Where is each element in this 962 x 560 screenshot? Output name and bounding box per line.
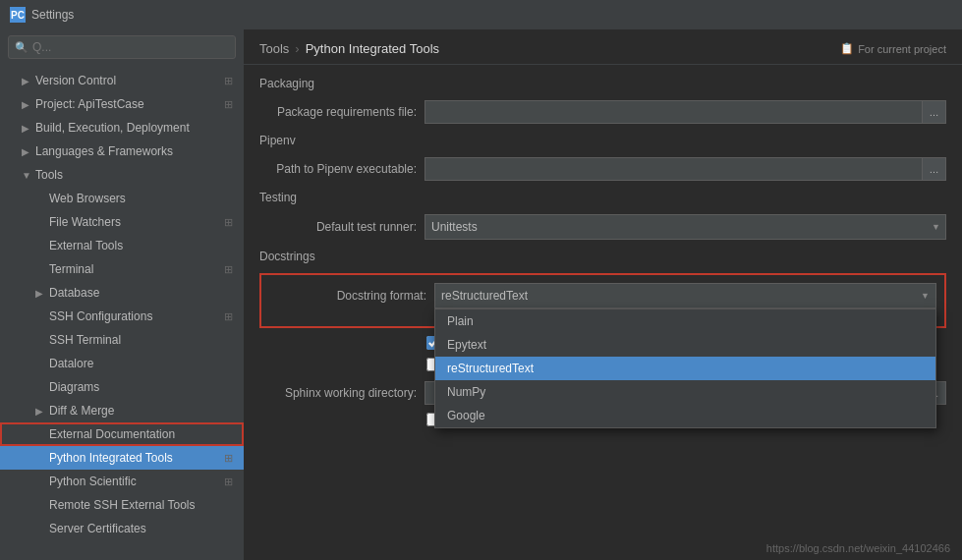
sidebar-item-label: Diagrams [49,380,236,394]
arrow-icon: ▶ [35,288,49,299]
arrow-icon: ▶ [22,99,35,110]
sidebar-item-label: Python Integrated Tools [49,451,220,465]
package-req-label: Package requirements file: [259,105,417,119]
footer-url: https://blog.csdn.net/weixin_44102466 [766,542,950,554]
sidebar-item-label: SSH Terminal [49,333,236,347]
sidebar-item-label: Build, Execution, Deployment [35,121,236,135]
settings-icon: ⊞ [220,261,236,277]
sidebar-item-tools[interactable]: ▼ Tools [0,163,244,187]
sidebar-item-label: Remote SSH External Tools [49,498,236,512]
breadcrumb-parent: Tools [259,41,289,56]
package-req-browse-btn[interactable]: … [923,100,946,124]
dropdown-item-epytext[interactable]: Epytext [435,333,935,357]
testing-section-title: Testing [259,191,946,204]
pipenv-path-row: Path to Pipenv executable: … [259,157,946,181]
sidebar-item-python-scientific[interactable]: Python Scientific ⊞ [0,470,244,493]
docstrings-section: Docstrings Docstring format: reStructure… [259,250,946,371]
sidebar-item-python-integrated-tools[interactable]: Python Integrated Tools ⊞ [0,446,244,470]
chevron-down-icon: ▼ [921,291,930,301]
arrow-icon: ▶ [22,123,35,134]
pipenv-path-input[interactable] [424,157,923,181]
content-panel: Tools › Python Integrated Tools 📋 For cu… [244,29,962,560]
sidebar-item-file-watchers[interactable]: File Watchers ⊞ [0,210,244,234]
sidebar-item-languages[interactable]: ▶ Languages & Frameworks [0,140,244,163]
sidebar-item-external-documentation[interactable]: External Documentation [0,422,244,446]
sidebar-item-diagrams[interactable]: Diagrams [0,375,244,399]
search-box[interactable]: 🔍 [8,35,236,59]
sidebar-item-ssh-configurations[interactable]: SSH Configurations ⊞ [0,305,244,328]
sidebar-item-terminal[interactable]: Terminal ⊞ [0,257,244,281]
sidebar-item-label: Database [49,286,236,300]
dropdown-item-restructuredtext[interactable]: reStructuredText [435,357,935,380]
arrow-icon: ▶ [35,406,49,417]
arrow-icon: ▶ [22,76,35,86]
sidebar-item-label: Python Scientific [49,475,220,488]
sidebar-item-build[interactable]: ▶ Build, Execution, Deployment [0,116,244,140]
docstrings-section-title: Docstrings [259,250,946,263]
project-btn-label: For current project [858,43,946,55]
sidebar-item-project[interactable]: ▶ Project: ApiTestCase ⊞ [0,92,244,116]
sidebar-item-version-control[interactable]: ▶ Version Control ⊞ [0,69,244,92]
sidebar-item-database[interactable]: ▶ Database [0,281,244,305]
package-req-input-wrapper: … [424,100,946,124]
app-icon: PC [10,7,26,23]
docstring-format-row: Docstring format: reStructuredText ▼ Pla… [269,283,936,308]
sidebar-item-label: Datalore [49,357,236,370]
pipenv-path-input-wrapper: … [424,157,946,181]
test-runner-select[interactable]: Unittests pytest Nosetests Twisted Trial [424,214,946,240]
sidebar-item-web-browsers[interactable]: Web Browsers [0,187,244,210]
arrow-icon: ▶ [22,146,35,157]
docstrings-box: Docstring format: reStructuredText ▼ Pla… [259,273,946,328]
content-body: Packaging Package requirements file: … P… [244,65,962,560]
sphinx-label: Sphinx working directory: [259,386,417,400]
for-current-project-button[interactable]: 📋 For current project [840,42,946,55]
settings-icon: ⊞ [220,96,236,112]
test-runner-select-wrapper: Unittests pytest Nosetests Twisted Trial… [424,214,946,240]
main-container: 🔍 ▶ Version Control ⊞ ▶ Project: ApiTest… [0,29,962,560]
dropdown-item-google[interactable]: Google [435,404,935,427]
search-icon: 🔍 [15,41,28,54]
breadcrumb-arrow: › [295,41,299,56]
sidebar-item-server-certificates[interactable]: Server Certificates [0,517,244,540]
project-btn-icon: 📋 [840,42,854,55]
sidebar-item-label: Version Control [35,74,220,87]
settings-icon: ⊞ [220,214,236,230]
arrow-icon: ▼ [22,170,35,181]
sidebar-item-remote-ssh[interactable]: Remote SSH External Tools [0,493,244,517]
search-input[interactable] [32,40,229,54]
test-runner-row: Default test runner: Unittests pytest No… [259,214,946,240]
sidebar-item-label: Terminal [49,262,220,276]
test-runner-label: Default test runner: [259,220,417,234]
settings-icon: ⊞ [220,474,236,489]
breadcrumb: Tools › Python Integrated Tools [259,41,439,56]
sidebar-item-label: Project: ApiTestCase [35,97,220,111]
dropdown-item-plain[interactable]: Plain [435,309,935,333]
sidebar-item-label: Diff & Merge [49,404,236,418]
packaging-section-title: Packaging [259,77,946,90]
sidebar-item-label: External Documentation [49,427,236,441]
sidebar-item-datalore[interactable]: Datalore [0,352,244,375]
sidebar-item-label: Tools [35,168,236,182]
sidebar-item-label: SSH Configurations [49,309,220,323]
settings-icon: ⊞ [220,73,236,88]
dropdown-item-numpy[interactable]: NumPy [435,380,935,404]
sidebar-item-label: Web Browsers [49,192,236,205]
settings-icon: ⊞ [220,450,236,466]
package-req-row: Package requirements file: … [259,100,946,124]
docstring-format-select[interactable]: reStructuredText ▼ [434,283,936,308]
sidebar-item-external-tools[interactable]: External Tools [0,234,244,257]
breadcrumb-current: Python Integrated Tools [306,41,439,56]
package-req-input[interactable] [424,100,923,124]
sidebar-item-diff-merge[interactable]: ▶ Diff & Merge [0,399,244,422]
docstring-format-dropdown-container: reStructuredText ▼ Plain Epytext reStruc… [434,283,936,308]
docstring-format-dropdown: Plain Epytext reStructuredText NumPy Goo… [434,308,936,428]
pipenv-path-label: Path to Pipenv executable: [259,162,417,176]
sidebar-item-label: Languages & Frameworks [35,144,236,158]
title-bar: PC Settings [0,0,962,29]
pipenv-path-browse-btn[interactable]: … [923,157,946,181]
sidebar-item-label: File Watchers [49,215,220,229]
sidebar: 🔍 ▶ Version Control ⊞ ▶ Project: ApiTest… [0,29,244,560]
sidebar-item-ssh-terminal[interactable]: SSH Terminal [0,328,244,352]
docstring-format-value: reStructuredText [441,289,528,303]
content-header: Tools › Python Integrated Tools 📋 For cu… [244,29,962,65]
